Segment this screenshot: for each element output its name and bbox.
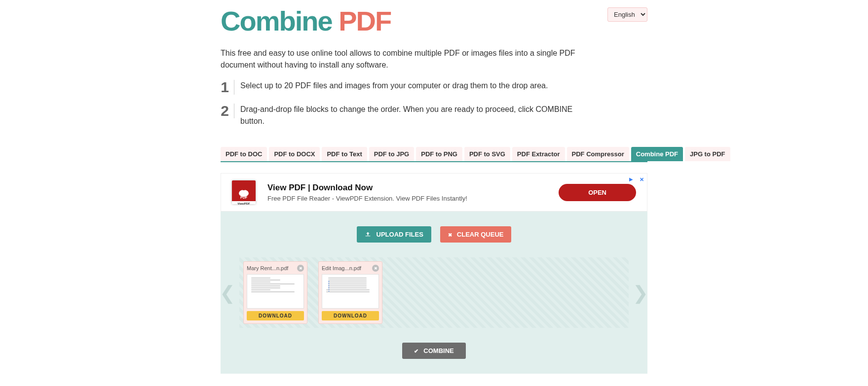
work-area: ✕ PDF ViewPDF View PDF | Download Now Fr… (221, 173, 647, 374)
tab-pdf-to-svg[interactable]: PDF to SVG (464, 147, 510, 161)
file-thumbnail (247, 274, 304, 309)
step-text: Select up to 20 PDF files and images fro… (240, 80, 548, 92)
logo-part2: PDF (339, 5, 391, 36)
step-2: 2 Drag-and-drop file blocks to change th… (221, 104, 647, 127)
carousel-right-arrow[interactable]: ❯ (634, 257, 647, 328)
steps-list: 1 Select up to 20 PDF files and images f… (221, 80, 647, 127)
tab-pdf-to-docx[interactable]: PDF to DOCX (269, 147, 320, 161)
ad-close-button[interactable]: ✕ (640, 176, 644, 183)
tab-pdf-to-jpg[interactable]: PDF to JPG (369, 147, 415, 161)
file-remove-button[interactable]: ✖ (372, 265, 379, 272)
step-1: 1 Select up to 20 PDF files and images f… (221, 80, 647, 95)
logo-part1: Combine (221, 5, 339, 36)
file-name: Mary Rent...n.pdf (247, 265, 295, 271)
check-icon (414, 347, 418, 354)
tab-pdf-extractor[interactable]: PDF Extractor (512, 147, 565, 161)
tab-pdf-to-doc[interactable]: PDF to DOC (221, 147, 267, 161)
upload-icon (365, 231, 372, 238)
clear-icon (448, 231, 452, 238)
page-description: This free and easy to use online tool al… (221, 47, 596, 71)
file-drop-track[interactable]: Mary Rent...n.pdf✖DOWNLOADEdit Imag...n.… (239, 257, 629, 328)
ad-title: View PDF | Download Now (267, 183, 559, 193)
tab-pdf-to-text[interactable]: PDF to Text (322, 147, 367, 161)
step-number: 2 (221, 104, 234, 118)
logo: Combine PDF (221, 7, 391, 35)
combine-button[interactable]: COMBINE (402, 343, 465, 359)
file-card[interactable]: Mary Rent...n.pdf✖DOWNLOAD (243, 261, 307, 324)
ad-open-button[interactable]: OPEN (559, 184, 636, 201)
file-card[interactable]: Edit Imag...n.pdf✖DOWNLOAD (318, 261, 382, 324)
file-thumbnail (322, 274, 379, 309)
file-remove-button[interactable]: ✖ (297, 265, 304, 272)
step-text: Drag-and-drop file blocks to change the … (240, 104, 586, 127)
file-download-button[interactable]: DOWNLOAD (247, 311, 304, 320)
ad-icon: PDF ViewPDF (232, 180, 256, 204)
tool-tabs: PDF to DOCPDF to DOCXPDF to TextPDF to J… (221, 147, 647, 161)
adchoices-icon[interactable] (629, 176, 635, 182)
tabs-underline (221, 161, 647, 162)
tab-pdf-compressor[interactable]: PDF Compressor (567, 147, 629, 161)
file-name: Edit Imag...n.pdf (322, 265, 370, 271)
ad-desc: Free PDF File Reader - ViewPDF Extension… (267, 195, 559, 202)
clear-queue-button[interactable]: CLEAR QUEUE (440, 226, 512, 243)
carousel-left-arrow[interactable]: ❮ (221, 257, 234, 328)
upload-files-button[interactable]: UPLOAD FILES (357, 226, 431, 243)
tab-jpg-to-pdf[interactable]: JPG to PDF (685, 147, 730, 161)
step-number: 1 (221, 80, 234, 95)
ad-banner: ✕ PDF ViewPDF View PDF | Download Now Fr… (221, 173, 647, 211)
tab-pdf-to-png[interactable]: PDF to PNG (416, 147, 462, 161)
language-select[interactable]: English (607, 7, 647, 22)
tab-combine-pdf[interactable]: Combine PDF (631, 147, 683, 161)
file-carousel: ❮ Mary Rent...n.pdf✖DOWNLOADEdit Imag...… (221, 257, 647, 328)
file-download-button[interactable]: DOWNLOAD (322, 311, 379, 320)
